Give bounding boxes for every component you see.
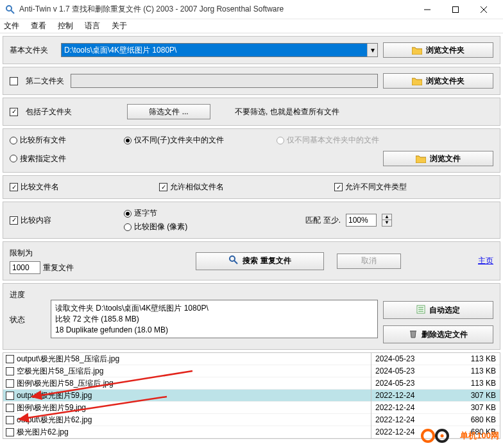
base-folder-path: D:\tools\桌面\4K壁纸图片 1080P\ <box>64 45 176 56</box>
filter-files-button[interactable]: 筛选文件 ... <box>127 104 210 119</box>
table-row[interactable]: 2024-05-23113 KB <box>371 353 500 365</box>
include-sub-checkbox[interactable] <box>10 108 18 116</box>
cancel-button[interactable]: 取消 <box>337 254 401 269</box>
table-row[interactable]: 极光图片62.jpg <box>3 426 371 438</box>
svg-line-7 <box>234 261 237 264</box>
browse-second-button[interactable]: 浏览文件夹 <box>383 73 493 89</box>
delete-selected-button[interactable]: 删除选定文件 <box>383 325 493 343</box>
compare-name-checkbox[interactable] <box>10 183 18 191</box>
table-row[interactable]: 空极光图片58_压缩后.jpg <box>3 365 371 377</box>
file-name: 空极光图片58_压缩后.jpg <box>17 366 103 377</box>
status-label: 状态 <box>10 314 46 325</box>
file-size: 680 KB <box>471 415 496 424</box>
section-search: 限制为 重复文件 搜索 重复文件 取消 主页 <box>3 241 500 280</box>
svg-line-1 <box>11 10 14 13</box>
row-checkbox[interactable] <box>6 379 14 388</box>
chevron-down-icon[interactable]: ▾ <box>367 44 377 56</box>
close-button[interactable] <box>470 1 498 19</box>
match-pct-input[interactable] <box>346 214 377 227</box>
second-folder-checkbox[interactable] <box>10 77 18 85</box>
file-size: 113 KB <box>471 366 496 375</box>
progress-label: 进度 <box>10 289 46 300</box>
search-button[interactable]: 搜索 重复文件 <box>196 252 324 270</box>
folder-icon <box>416 155 426 163</box>
table-row[interactable]: 2022-12-24680 KB <box>371 414 500 426</box>
menu-language[interactable]: 语言 <box>85 21 100 31</box>
filter-note: 不要筛选, 也就是检查所有文件 <box>235 107 339 117</box>
titlebar: Anti-Twin v 1.7 查找和删除重复文件 (C) 2003 - 200… <box>0 0 503 19</box>
file-size: 113 KB <box>471 379 496 388</box>
file-date: 2022-12-24 <box>375 391 414 400</box>
file-name: 图例\极光图片59.jpg <box>17 402 86 413</box>
limit-input[interactable] <box>10 261 40 274</box>
menu-control[interactable]: 控制 <box>58 21 73 31</box>
folder-icon <box>412 77 422 85</box>
base-folder-label: 基本文件夹 <box>10 45 56 56</box>
table-row[interactable]: 2022-12-24307 KB <box>371 402 500 414</box>
spin-down[interactable]: ▼ <box>382 220 392 227</box>
file-name: output\极光图片62.jpg <box>17 415 92 426</box>
file-name: 极光图片62.jpg <box>17 427 69 438</box>
table-row[interactable]: output\极光图片58_压缩后.jpg <box>3 353 371 365</box>
window-title: Anti-Twin v 1.7 查找和删除重复文件 (C) 2003 - 200… <box>19 4 413 15</box>
file-date: 2022-12-24 <box>375 415 414 424</box>
radio-bybyte[interactable] <box>124 210 132 218</box>
table-row[interactable]: output\极光图片59.jpg <box>3 390 371 402</box>
row-checkbox[interactable] <box>6 355 14 363</box>
browse-file-button[interactable]: 浏览文件 <box>383 151 493 166</box>
radio-compare-all[interactable] <box>10 137 17 144</box>
menu-view[interactable]: 查看 <box>31 21 46 31</box>
base-folder-combo[interactable]: D:\tools\桌面\4K壁纸图片 1080P\ ▾ <box>61 43 378 57</box>
svg-rect-3 <box>453 6 459 12</box>
minimize-button[interactable] <box>413 1 441 19</box>
file-date: 2024-05-23 <box>375 379 414 388</box>
file-size: 307 KB <box>471 403 496 412</box>
table-row[interactable]: 图例\极光图片59.jpg <box>3 402 371 414</box>
menu-about[interactable]: 关于 <box>112 21 127 31</box>
section-compare-name: 比较文件名 允许相似文件名 允许不同文件类型 <box>3 175 500 199</box>
section-subfolder: 包括子文件夹 筛选文件 ... 不要筛选, 也就是检查所有文件 <box>3 98 500 126</box>
auto-select-button[interactable]: 自动选定 <box>383 301 493 319</box>
table-row[interactable]: 2024-05-23113 KB <box>371 377 500 390</box>
folder-icon <box>412 46 422 55</box>
section-compare-content: 比较内容 逐字节 比较图像 (像素) 匹配 至少. ▲ ▼ <box>3 202 500 239</box>
compare-content-checkbox[interactable] <box>10 216 18 225</box>
svg-point-15 <box>422 430 434 442</box>
radio-byimg[interactable] <box>124 223 132 231</box>
table-row[interactable]: 图例\极光图片58_压缩后.jpg <box>3 377 371 390</box>
radio-base-only <box>277 137 284 144</box>
radio-specify[interactable] <box>10 155 17 162</box>
list-icon <box>416 305 425 316</box>
second-folder-input[interactable] <box>71 74 378 88</box>
file-size: 113 KB <box>471 354 496 363</box>
menubar: 文件 查看 控制 语言 关于 <box>0 19 503 33</box>
section-status: 进度 状态 读取文件夹 D:\tools\桌面\4K壁纸图片 1080P\ 比较… <box>3 283 500 350</box>
row-checkbox[interactable] <box>6 404 14 412</box>
table-row[interactable]: 2022-12-24307 KB <box>371 390 500 402</box>
table-row[interactable]: output\极光图片62.jpg <box>3 414 371 426</box>
radio-sub-only[interactable] <box>124 137 132 144</box>
watermark: 单机100网 <box>420 426 499 445</box>
row-checkbox[interactable] <box>6 428 14 436</box>
diff-type-checkbox[interactable] <box>334 183 343 191</box>
search-icon <box>228 255 239 267</box>
table-row[interactable]: 2024-05-23113 KB <box>371 365 500 377</box>
file-name: 图例\极光图片58_压缩后.jpg <box>17 378 114 389</box>
file-date: 2022-12-24 <box>375 427 414 436</box>
match-label: 匹配 至少. <box>305 215 341 226</box>
row-checkbox[interactable] <box>6 367 14 375</box>
row-checkbox[interactable] <box>6 416 14 424</box>
second-folder-label: 第二文件夹 <box>26 76 65 87</box>
similar-name-checkbox[interactable] <box>159 183 167 191</box>
section-compare-scope: 比较所有文件 仅不同(子)文件夹中的文件 仅不同基本文件夹中的文件 搜索指定文件… <box>3 128 500 173</box>
trash-icon <box>409 329 418 340</box>
include-sub-label: 包括子文件夹 <box>26 107 122 117</box>
home-link[interactable]: 主页 <box>478 255 493 266</box>
browse-base-button[interactable]: 浏览文件夹 <box>383 42 493 58</box>
file-name: output\极光图片59.jpg <box>17 390 92 401</box>
row-checkbox[interactable] <box>6 392 14 400</box>
file-date: 2022-12-24 <box>375 403 414 412</box>
maximize-button[interactable] <box>441 1 470 19</box>
menu-file[interactable]: 文件 <box>4 21 19 31</box>
svg-rect-12 <box>410 331 416 332</box>
